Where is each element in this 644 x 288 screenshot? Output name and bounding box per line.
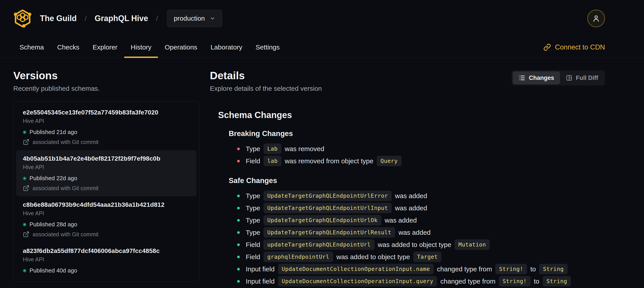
published-status-dot [23, 130, 26, 134]
version-service: Hive API [23, 164, 190, 170]
tab-explorer[interactable]: Explorer [86, 37, 124, 58]
change-text: was removed [285, 145, 324, 153]
git-commit-label: associated with Git commit [32, 231, 98, 238]
change-item: TypeUpdateTargetGraphQLEndpointUrlOkwas … [229, 214, 605, 226]
tab-settings[interactable]: Settings [249, 37, 286, 58]
change-item: FieldgraphqlEndpointUrlwas added to obje… [229, 251, 605, 263]
tab-schema[interactable]: Schema [13, 37, 50, 58]
user-icon [592, 14, 600, 23]
breadcrumb: The Guild / GraphQL Hive / production [13, 9, 222, 28]
change-text: changed type from [440, 277, 495, 285]
change-text: to [534, 277, 540, 285]
code-chip: UpdateTargetGraphQLEndpointUrlOk [264, 215, 382, 225]
change-text: to [530, 265, 536, 273]
full-diff-view-button[interactable]: Full Diff [560, 72, 604, 84]
version-hash: 4b05ab51b1b4a7e2e4b0ef82172f2b9f7ef98c0b [23, 155, 190, 162]
top-bar: The Guild / GraphQL Hive / production [0, 0, 644, 37]
change-text: Type [246, 192, 260, 200]
code-chip: UpdateTargetGraphQLEndpointUrlInput [264, 203, 392, 213]
bullet-dot [237, 231, 240, 234]
schema-changes: Schema Changes Breaking ChangesTypeLabwa… [218, 110, 605, 287]
change-item: Input fieldUpdateDocumentCollectionOpera… [229, 263, 605, 275]
git-commit-link[interactable]: associated with Git commit [23, 139, 190, 145]
external-link-icon [23, 139, 32, 145]
change-text: was added [385, 216, 417, 224]
breadcrumb-separator: / [85, 15, 87, 23]
bullet-dot [237, 160, 240, 162]
hive-logo-icon[interactable] [13, 9, 32, 28]
published-status-dot [23, 223, 26, 226]
code-chip: UpdateDocumentCollectionOperationInput.q… [278, 276, 437, 286]
version-card[interactable]: a823f6db2a55df877dcf406006abca97fcc4858c… [16, 242, 196, 279]
breadcrumb-separator: / [156, 15, 158, 23]
published-label: Published 40d ago [30, 267, 77, 274]
columns-icon [566, 75, 572, 81]
code-chip: String! [495, 264, 527, 274]
link-icon [544, 44, 551, 51]
connect-to-cdn-button[interactable]: Connect to CDN [544, 37, 605, 58]
git-commit-label: associated with Git commit [32, 185, 98, 191]
change-text: was added to object type [378, 241, 452, 248]
change-text: Type [246, 229, 260, 236]
code-chip: Mutation [454, 239, 490, 250]
breadcrumb-org[interactable]: The Guild [40, 14, 77, 23]
tab-history[interactable]: History [124, 37, 158, 58]
tab-checks[interactable]: Checks [50, 37, 86, 58]
version-card[interactable]: c8b6e88a06793b9c4dfd54aaa21b36a1b421d812… [16, 196, 196, 242]
section-title: Safe Changes [229, 176, 605, 185]
bullet-dot [237, 280, 240, 283]
git-commit-link[interactable]: associated with Git commit [23, 231, 190, 238]
version-service: Hive API [23, 256, 190, 263]
published-status-dot [23, 269, 26, 272]
version-hash: c8b6e88a06793b9c4dfd54aaa21b36a1b421d812 [23, 201, 190, 208]
details-subtitle: Explore details of the selected version [210, 85, 322, 92]
change-item: Input fieldUpdateDocumentCollectionOpera… [229, 275, 605, 287]
details-title: Details [210, 70, 322, 82]
version-card[interactable]: 4b05ab51b1b4a7e2e4b0ef82172f2b9f7ef98c0b… [16, 150, 196, 196]
section-safe-changes: Safe ChangesTypeUpdateTargetGraphQLEndpo… [229, 176, 605, 287]
change-text: was added [395, 192, 427, 200]
user-menu-button[interactable] [587, 10, 605, 27]
target-selector-label: production [174, 15, 205, 22]
code-chip: Lab [264, 144, 282, 154]
version-service: Hive API [23, 118, 190, 124]
change-text: Type [246, 145, 260, 153]
code-chip: graphqlEndpointUrl [264, 252, 333, 262]
published-status-dot [23, 177, 26, 180]
version-hash: e2e55045345ce13fe07f52a77459b83fa3fe7020 [23, 109, 190, 116]
code-chip: String! [499, 276, 530, 286]
bullet-dot [237, 207, 240, 209]
changes-view-label: Changes [529, 75, 554, 81]
target-selector[interactable]: production [167, 10, 222, 27]
tab-laboratory[interactable]: Laboratory [204, 37, 249, 58]
changes-view-button[interactable]: Changes [513, 72, 560, 84]
change-item: TypeUpdateTargetGraphQLEndpointUrlErrorw… [229, 190, 605, 202]
change-item: TypeUpdateTargetGraphQLEndpointUrlInputw… [229, 202, 605, 214]
bullet-dot [237, 243, 240, 246]
chevron-down-icon [210, 16, 216, 21]
change-text: Type [246, 204, 260, 212]
change-text: Field [246, 241, 260, 248]
schema-changes-title: Schema Changes [218, 110, 605, 120]
section-title: Breaking Changes [229, 129, 605, 138]
change-item: TypeUpdateTargetGraphQLEndpointUrlResult… [229, 226, 605, 238]
external-link-icon [23, 231, 32, 238]
code-chip: Target [413, 252, 442, 262]
version-card[interactable]: e2e55045345ce13fe07f52a77459b83fa3fe7020… [16, 104, 196, 150]
published-label: Published 21d ago [30, 129, 77, 136]
versions-panel: Versions Recently published schemas. e2e… [13, 70, 200, 287]
breadcrumb-project[interactable]: GraphQL Hive [95, 14, 148, 23]
git-commit-label: associated with Git commit [32, 139, 98, 145]
change-sections: Breaking ChangesTypeLabwas removedFieldl… [218, 129, 605, 287]
change-item: TypeLabwas removed [229, 143, 605, 155]
tab-operations[interactable]: Operations [158, 37, 204, 58]
change-item: FieldupdateTargetGraphQLEndpointUrlwas a… [229, 238, 605, 251]
git-commit-link[interactable]: associated with Git commit [23, 185, 190, 191]
code-chip: String [539, 264, 567, 274]
code-chip: UpdateTargetGraphQLEndpointUrlError [264, 191, 392, 201]
versions-subtitle: Recently published schemas. [13, 85, 200, 92]
version-hash: a823f6db2a55df877dcf406006abca97fcc4858c [23, 247, 190, 254]
bullet-dot [237, 195, 240, 197]
change-text: Field [246, 157, 260, 165]
change-text: was removed from object type [285, 157, 374, 165]
